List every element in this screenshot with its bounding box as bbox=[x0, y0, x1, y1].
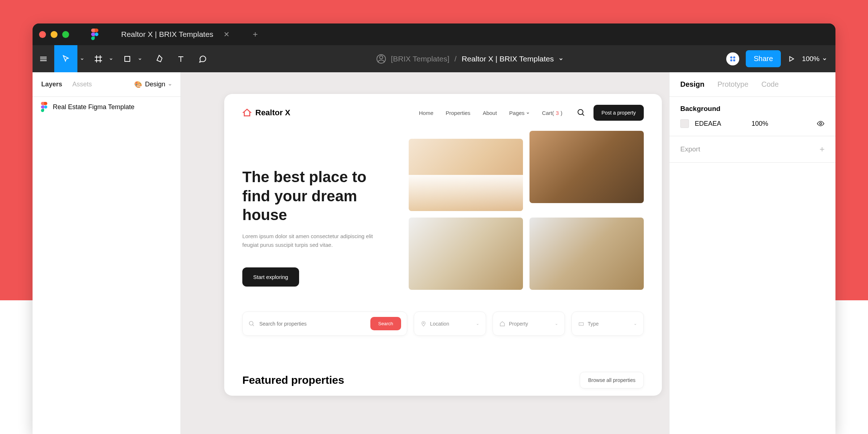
figma-window: Realtor X | BRIX Templates ✕ + bbox=[33, 23, 835, 434]
location-icon bbox=[421, 321, 426, 327]
search-input[interactable] bbox=[259, 321, 366, 327]
layer-name: Real Estate Figma Template bbox=[53, 103, 135, 111]
brand-logo[interactable]: Realtor X bbox=[242, 108, 290, 117]
chevron-down-icon: ⌄ bbox=[634, 321, 637, 326]
main-menu-button[interactable] bbox=[33, 45, 54, 72]
location-filter[interactable]: Location⌄ bbox=[414, 311, 486, 336]
shape-tool[interactable] bbox=[119, 45, 135, 72]
share-button[interactable]: Share bbox=[746, 50, 781, 67]
tab-layers[interactable]: Layers bbox=[41, 81, 62, 88]
hero-description: Lorem ipsum dolor sit amen consectetur a… bbox=[242, 232, 380, 249]
chevron-down-icon bbox=[526, 111, 529, 115]
separator: / bbox=[455, 55, 457, 63]
house-icon bbox=[499, 321, 505, 327]
svg-point-25 bbox=[820, 123, 822, 125]
svg-point-13 bbox=[730, 56, 732, 59]
nav-cart[interactable]: Cart(3) bbox=[542, 110, 562, 116]
svg-point-20 bbox=[249, 321, 253, 325]
search-input-box[interactable]: Search bbox=[242, 311, 407, 336]
toolbar: [BRIX Templates] / Realtor X | BRIX Temp… bbox=[33, 45, 835, 72]
page-name: Design bbox=[145, 81, 165, 88]
chevron-down-icon[interactable] bbox=[77, 57, 87, 61]
workspace: Layers Assets 🎨 Design Real Estate Figma… bbox=[33, 72, 835, 434]
file-name[interactable]: Realtor X | BRIX Templates bbox=[461, 55, 554, 63]
bg-opacity-value[interactable]: 100% bbox=[752, 120, 768, 128]
canvas[interactable]: Realtor X Home Properties About Pages Ca… bbox=[181, 72, 669, 434]
search-icon bbox=[248, 321, 255, 327]
minimize-window-icon[interactable] bbox=[51, 31, 58, 38]
chevron-down-icon[interactable] bbox=[135, 57, 145, 61]
type-filter[interactable]: Type⌄ bbox=[571, 311, 644, 336]
maximize-window-icon[interactable] bbox=[62, 31, 69, 38]
search-icon[interactable] bbox=[577, 108, 586, 117]
tab-design[interactable]: Design bbox=[680, 80, 705, 89]
layer-item[interactable]: Real Estate Figma Template bbox=[33, 97, 180, 117]
svg-point-15 bbox=[730, 59, 732, 61]
start-exploring-button[interactable]: Start exploring bbox=[242, 267, 299, 287]
hero-title: The best place to find your dream house bbox=[242, 168, 394, 225]
visibility-icon[interactable] bbox=[817, 120, 825, 128]
tab-prototype[interactable]: Prototype bbox=[718, 80, 749, 89]
figma-file-icon bbox=[41, 102, 48, 112]
svg-point-14 bbox=[733, 56, 735, 59]
new-tab-button[interactable]: + bbox=[253, 29, 258, 39]
chevron-down-icon[interactable] bbox=[559, 57, 563, 61]
browse-all-button[interactable]: Browse all properties bbox=[580, 372, 644, 388]
svg-point-16 bbox=[733, 59, 735, 61]
tab-code[interactable]: Code bbox=[761, 80, 779, 89]
text-tool[interactable] bbox=[170, 45, 192, 72]
figma-logo-icon[interactable] bbox=[91, 29, 99, 40]
page-selector[interactable]: 🎨 Design bbox=[134, 81, 172, 89]
tab-assets[interactable]: Assets bbox=[72, 81, 92, 88]
export-section-title: Export bbox=[680, 145, 700, 153]
search-button[interactable]: Search bbox=[370, 317, 401, 330]
hero-section: The best place to find your dream house … bbox=[224, 132, 662, 304]
comment-tool[interactable] bbox=[192, 45, 213, 72]
price-icon bbox=[578, 321, 584, 327]
main-nav: Home Properties About Pages Cart(3) bbox=[419, 110, 562, 116]
design-panel: Design Prototype Code Background EDEAEA … bbox=[669, 72, 835, 434]
user-icon bbox=[376, 54, 386, 64]
house-icon bbox=[242, 108, 252, 117]
nav-properties[interactable]: Properties bbox=[446, 110, 470, 116]
zoom-value: 100% bbox=[802, 55, 820, 63]
property-filter[interactable]: Property⌄ bbox=[493, 311, 565, 336]
search-bar: Search Location⌄ Property⌄ Type⌄ bbox=[224, 304, 662, 350]
chevron-down-icon: ⌄ bbox=[555, 321, 558, 326]
chevron-down-icon bbox=[168, 83, 172, 86]
titlebar: Realtor X | BRIX Templates ✕ + bbox=[33, 23, 835, 45]
file-owner[interactable]: [BRIX Templates] bbox=[391, 55, 450, 63]
move-tool[interactable] bbox=[54, 45, 77, 72]
hero-image bbox=[529, 131, 644, 203]
palette-icon: 🎨 bbox=[134, 81, 142, 89]
svg-point-17 bbox=[44, 106, 47, 109]
tab-title: Realtor X | BRIX Templates bbox=[121, 30, 213, 39]
hero-image bbox=[409, 139, 523, 211]
color-swatch[interactable] bbox=[680, 119, 689, 128]
svg-point-22 bbox=[423, 322, 424, 323]
traffic-lights bbox=[39, 31, 69, 38]
document-tab[interactable]: Realtor X | BRIX Templates ✕ bbox=[112, 23, 239, 45]
brand-name: Realtor X bbox=[255, 108, 290, 117]
frame-tool[interactable] bbox=[90, 45, 106, 72]
nav-about[interactable]: About bbox=[483, 110, 497, 116]
pen-tool[interactable] bbox=[148, 45, 170, 72]
add-export-button[interactable]: + bbox=[820, 144, 825, 154]
zoom-control[interactable]: 100% bbox=[802, 55, 827, 63]
hero-image bbox=[529, 218, 644, 290]
bg-hex-value[interactable]: EDEAEA bbox=[695, 120, 721, 128]
svg-point-11 bbox=[379, 56, 383, 59]
hero-image-grid bbox=[409, 139, 644, 290]
nav-home[interactable]: Home bbox=[419, 110, 433, 116]
svg-point-18 bbox=[578, 109, 583, 115]
site-header: Realtor X Home Properties About Pages Ca… bbox=[224, 94, 662, 132]
artboard[interactable]: Realtor X Home Properties About Pages Ca… bbox=[224, 94, 662, 396]
present-icon[interactable] bbox=[787, 55, 795, 63]
chevron-down-icon[interactable] bbox=[106, 57, 116, 61]
community-icon[interactable] bbox=[726, 52, 739, 65]
close-window-icon[interactable] bbox=[39, 31, 46, 38]
close-tab-icon[interactable]: ✕ bbox=[224, 30, 230, 39]
nav-pages[interactable]: Pages bbox=[509, 110, 530, 116]
hero-image bbox=[409, 218, 523, 290]
post-property-button[interactable]: Post a property bbox=[593, 105, 644, 121]
